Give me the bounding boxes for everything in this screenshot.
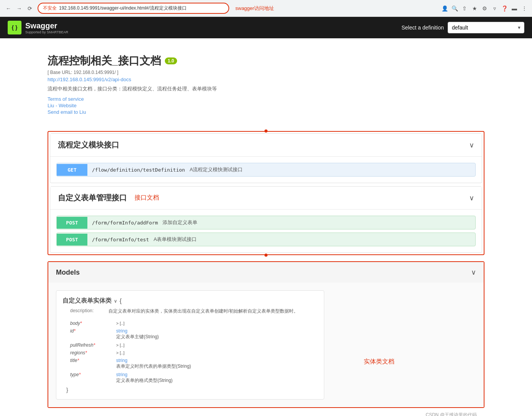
- browser-nav: ← → ⟳: [4, 4, 34, 13]
- endpoint-desc-addform: 添加自定义表单: [163, 216, 197, 229]
- field-name-id: id: [70, 328, 108, 334]
- api-title: 流程控制相关_接口文档: [48, 54, 161, 68]
- field-type-title: string: [116, 358, 191, 363]
- field-desc-id: 定义表单主键(String): [116, 334, 159, 340]
- models-section: Models ∨ 自定义表单实体类 ∨ { description: 自定义表单…: [48, 261, 484, 408]
- field-type-type: string: [116, 372, 172, 377]
- endpoint-post-test[interactable]: POST /form/formInfo/test A表单模块测试接口: [56, 233, 476, 246]
- swagger-definition-select: Select a definition default: [401, 22, 524, 33]
- select-wrapper: default: [448, 22, 524, 33]
- field-expand-pullrefresh[interactable]: > [..]: [116, 343, 125, 347]
- model-description-row: description: 自定义表单对应的实体类，实体类出现在自定义表单创建时/…: [70, 308, 318, 318]
- website-link[interactable]: Liu - Website: [48, 103, 484, 108]
- puzzle-icon[interactable]: ▬: [511, 5, 518, 12]
- definition-label: Select a definition: [401, 25, 444, 31]
- share-icon[interactable]: ⇧: [461, 5, 468, 12]
- model-field-regions: regions > [..]: [70, 350, 318, 355]
- swagger-logo-sub: Supported by SMARTBEAR: [25, 30, 68, 34]
- field-value-regions: > [..]: [116, 350, 125, 355]
- field-value-pullrefresh: > [..]: [116, 342, 125, 348]
- settings-icon[interactable]: ⚙: [481, 5, 488, 12]
- api-links: Terms of service Liu - Website Send emai…: [48, 96, 484, 115]
- section-flow-def: 流程定义模块接口 ∨ GET /flow/definition/testDefi…: [50, 133, 482, 183]
- swagger-logo: { } Swagger Supported by SMARTBEAR: [8, 21, 68, 34]
- method-post-badge-1: POST: [57, 217, 87, 229]
- help-icon[interactable]: ❓: [501, 5, 508, 12]
- api-sections: 流程定义模块接口 ∨ GET /flow/definition/testDefi…: [48, 131, 484, 408]
- refresh-button[interactable]: ⟳: [25, 4, 34, 13]
- field-name-type: type: [70, 372, 108, 377]
- swagger-content: 流程控制相关_接口文档 1.0 [ Base URL: 192.168.0.14…: [36, 38, 496, 416]
- email-link[interactable]: Send email to Liu: [48, 109, 484, 115]
- search-icon[interactable]: 🔍: [451, 5, 458, 12]
- swagger-logo-icon: { }: [8, 21, 21, 34]
- field-name-body: body: [70, 321, 108, 326]
- terms-link[interactable]: Terms of service: [48, 96, 484, 102]
- model-field-type: type string 定义表单的格式类型(String): [70, 372, 318, 384]
- profile-icon[interactable]: 👤: [441, 5, 448, 12]
- field-value-title: string 表单定义时所代表的单据类型(String): [116, 358, 191, 370]
- api-docs-link[interactable]: http://192.168.0.145:9991/v2/api-docs: [48, 77, 484, 82]
- browser-actions: 👤 🔍 ⇧ ★ ⚙ ▿ ❓ ▬ ⋮: [441, 5, 528, 12]
- endpoint-get-testdefinition[interactable]: GET /flow/definition/testDefinition A流程定…: [56, 163, 476, 177]
- browser-chrome: ← → ⟳ 不安全 192.168.0.145:9991/swagger-ui/…: [0, 0, 532, 17]
- section-form-mgmt-annotation: 接口文档: [135, 194, 159, 202]
- forward-button[interactable]: →: [15, 4, 24, 13]
- watermark: CSDN @王维诗里的代码: [48, 408, 484, 416]
- address-bar[interactable]: 不安全 192.168.0.145:9991/swagger-ui/index.…: [38, 3, 229, 14]
- api-info: 流程控制相关_接口文档 1.0 [ Base URL: 192.168.0.14…: [48, 46, 484, 123]
- model-field-pullrefresh: pullRefresh > [..]: [70, 342, 318, 348]
- model-name-row: 自定义表单实体类 ∨ {: [62, 297, 318, 305]
- method-get-badge: GET: [57, 164, 87, 176]
- section-form-mgmt-header[interactable]: 自定义表单管理接口 接口文档 ∨: [50, 187, 482, 210]
- model-field-title: title string 表单定义时所代表的单据类型(String) 实体类文档: [70, 358, 318, 370]
- section-flow-def-header[interactable]: 流程定义模块接口 ∨: [50, 134, 482, 157]
- api-title-row: 流程控制相关_接口文档 1.0: [48, 54, 484, 68]
- field-value-type: string 定义表单的格式类型(String): [116, 372, 172, 384]
- models-title: Models: [56, 269, 80, 277]
- model-close-brace: }: [66, 387, 318, 393]
- definition-dropdown[interactable]: default: [448, 22, 524, 33]
- models-header[interactable]: Models ∨: [48, 262, 484, 283]
- endpoint-desc-formtest: A表单模块测试接口: [154, 233, 197, 246]
- model-description-value: 自定义表单对应的实体类，实体类出现在自定义表单创建时/初始解析自定义表单类型数据…: [108, 308, 298, 314]
- method-post-badge-2: POST: [57, 234, 87, 246]
- field-name-regions: regions: [70, 350, 108, 355]
- field-value-id: string 定义表单主键(String): [116, 328, 159, 340]
- endpoint-path-testdefinition: /flow/definition/testDefinition: [87, 164, 190, 176]
- section-flow-def-body: GET /flow/definition/testDefinition A流程定…: [50, 157, 482, 183]
- section-form-mgmt-body: POST /form/formInfo/addForm 添加自定义表单 POST…: [50, 210, 482, 252]
- models-chevron: ∨: [471, 268, 476, 277]
- swagger-hint: swagger访问地址: [235, 5, 274, 12]
- section-flow-def-title: 流程定义模块接口: [58, 140, 119, 150]
- field-desc-type: 定义表单的格式类型(String): [116, 377, 172, 384]
- field-name-title: title: [70, 358, 108, 363]
- endpoint-post-addform[interactable]: POST /form/formInfo/addForm 添加自定义表单: [56, 216, 476, 229]
- extensions-icon[interactable]: ▿: [491, 5, 498, 12]
- field-name-pullrefresh: pullRefresh: [70, 342, 108, 348]
- model-block: 自定义表单实体类 ∨ { description: 自定义表单对应的实体类，实体…: [56, 290, 324, 400]
- section-flow-def-chevron: ∨: [469, 141, 474, 149]
- section-form-mgmt-chevron: ∨: [469, 194, 474, 202]
- field-expand-body[interactable]: > [..]: [116, 321, 125, 326]
- url-text: 192.168.0.145:9991/swagger-ui/index.html…: [59, 5, 187, 11]
- model-field-id: id string 定义表单主键(String): [70, 328, 318, 340]
- api-version-badge: 1.0: [165, 57, 177, 64]
- field-expand-regions[interactable]: > [..]: [116, 350, 125, 355]
- insecure-label: 不安全: [43, 5, 57, 11]
- endpoint-desc-testdefinition: A流程定义模快测试接口: [190, 163, 243, 176]
- endpoint-path-formtest: /form/formInfo/test: [87, 234, 154, 246]
- swagger-logo-text: Swagger Supported by SMARTBEAR: [25, 21, 68, 34]
- bookmark-icon[interactable]: ★: [471, 5, 478, 12]
- back-button[interactable]: ←: [4, 4, 13, 13]
- api-description: 流程中相关接口文档，接口分类：流程模快定义、流程任务处理、表单模块等: [48, 85, 484, 92]
- model-expand-icon[interactable]: ∨: [114, 298, 117, 304]
- model-name: 自定义表单实体类: [62, 297, 112, 305]
- section-group: 流程定义模块接口 ∨ GET /flow/definition/testDefi…: [48, 131, 484, 255]
- section-form-mgmt-title: 自定义表单管理接口: [58, 193, 127, 203]
- field-desc-title: 表单定义时所代表的单据类型(String): [116, 363, 191, 370]
- model-description-label: description:: [70, 308, 105, 316]
- api-base-url: [ Base URL: 192.168.0.145:9991/ ]: [48, 70, 484, 75]
- field-value-body: > [..]: [116, 321, 125, 326]
- menu-icon[interactable]: ⋮: [521, 5, 528, 12]
